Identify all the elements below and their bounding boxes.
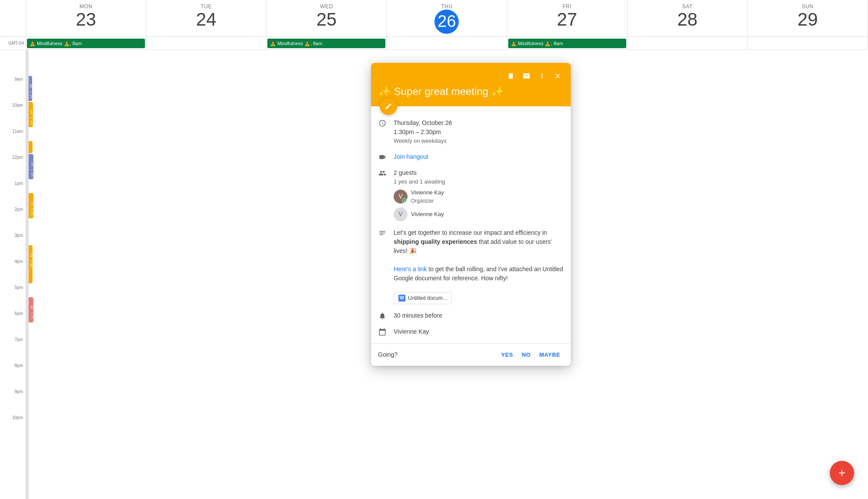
- popup-guests-content: 2 guests 1 yes and 1 awaiting V ✓ Vivien…: [394, 168, 564, 221]
- day-header-wed: Wed 25: [266, 0, 387, 36]
- time-label-8pm: 8pm: [0, 362, 26, 388]
- popup-description-row: Let's get together to increase our impac…: [378, 228, 564, 304]
- header-row: Mon 23 Tue 24 Wed 25 Thu 26 Fri 27 Sat 2…: [0, 0, 868, 37]
- time-label-1pm: 1pm: [0, 180, 26, 206]
- day-col-sat: [28, 50, 29, 499]
- time-label-7pm: 7pm: [0, 336, 26, 362]
- gmt-cell-mon: 🧘 Mindfulness 🧘, 8am: [26, 37, 146, 49]
- guest-name-2: Vivienne Kay: [411, 210, 444, 219]
- gmt-row: GMT-04 🧘 Mindfulness 🧘, 8am 🧘 Mindfulnes…: [0, 37, 868, 50]
- time-label-3pm: 3pm: [0, 232, 26, 258]
- rsvp-yes-button[interactable]: YES: [498, 349, 517, 361]
- day-num-fri: 27: [507, 10, 627, 30]
- time-label-4pm: 4pm: [0, 258, 26, 284]
- time-label-9pm: 9pm: [0, 388, 26, 414]
- popup-reminder-content: 30 minutes before: [394, 311, 564, 320]
- day-name-tue: Tue: [146, 3, 266, 10]
- mindfulness-event-fri[interactable]: 🧘 Mindfulness 🧘, 8am: [508, 39, 626, 48]
- gmt-cell-fri: 🧘 Mindfulness 🧘, 8am: [507, 37, 628, 49]
- popup-date: Thursday, October 26: [394, 118, 564, 128]
- popup-owner-content: Vivienne Kay: [394, 327, 564, 336]
- mindfulness-event-mon[interactable]: 🧘 Mindfulness 🧘, 8am: [27, 39, 145, 48]
- time-label-11am: 11am: [0, 128, 26, 154]
- day-name-sun: Sun: [748, 3, 868, 10]
- guest-avatar-2: V: [394, 207, 408, 221]
- day-num-wed: 25: [266, 10, 386, 30]
- guest-row-2: V Vivienne Kay: [394, 207, 564, 221]
- event-popup: ✨ Super great meeting ✨ Thursday, Octobe…: [371, 63, 571, 366]
- day-name-sat: Sat: [628, 3, 747, 10]
- guest-check-icon: ✓: [402, 198, 408, 204]
- description-bold: shipping quality experiences: [394, 238, 477, 245]
- guest-avatar-1: V ✓: [394, 190, 408, 204]
- doc-chip-icon: W: [398, 295, 405, 302]
- edit-event-button[interactable]: [380, 98, 397, 115]
- popup-header-actions: [378, 70, 564, 82]
- time-label-10am: 10am: [0, 102, 26, 128]
- day-header-fri: Fri 27: [507, 0, 628, 36]
- guest-role-1: Organizer: [411, 197, 444, 205]
- event-thu-sgm[interactable]: ✨ Super great meeting ✨ 1:30 – 2:30pm: [28, 193, 33, 218]
- day-header-thu: Thu 26: [387, 0, 507, 36]
- popup-title: ✨ Super great meeting ✨: [378, 85, 564, 98]
- description-icon: [378, 229, 387, 237]
- popup-body: Thursday, October 26 1:30pm – 2:30pm Wee…: [371, 106, 571, 343]
- day-num-sat: 28: [628, 10, 747, 30]
- doc-chip[interactable]: W Untitled docum...: [394, 292, 452, 304]
- gmt-cell-sat: [628, 37, 748, 49]
- popup-footer: Going? YES NO MAYBE: [371, 343, 571, 366]
- popup-datetime-content: Thursday, October 26 1:30pm – 2:30pm Wee…: [394, 118, 564, 145]
- close-popup-button[interactable]: [552, 70, 564, 82]
- people-icon: [378, 169, 387, 177]
- popup-hangout-content: Join hangout: [394, 152, 564, 161]
- fab-plus-icon: +: [838, 466, 845, 480]
- reminder-text: 30 minutes before: [394, 312, 442, 319]
- day-header-tue: Tue 24: [146, 0, 266, 36]
- day-header-sat: Sat 28: [628, 0, 748, 36]
- day-num-mon: 23: [26, 10, 146, 30]
- day-name-fri: Fri: [507, 3, 627, 10]
- day-num-sun: 29: [748, 10, 868, 30]
- popup-reminder-row: 30 minutes before: [378, 311, 564, 320]
- day-name-mon: Mon: [26, 3, 146, 10]
- delete-event-button[interactable]: [505, 70, 517, 82]
- gmt-cell-wed: 🧘 Mindfulness 🧘, 8am: [266, 37, 387, 49]
- days-inner: Monday team standup 9 – 10am ✨ Super gre…: [26, 50, 29, 499]
- popup-description-content: Let's get together to increase our impac…: [394, 228, 564, 304]
- day-name-wed: Wed: [266, 3, 386, 10]
- more-options-button[interactable]: [536, 70, 548, 82]
- day-num-tue: 24: [146, 10, 266, 30]
- event-thu-lunch[interactable]: Weekly team lunch 12 – 1pm: [28, 154, 33, 179]
- event-thu-fitness[interactable]: Fitness class 6 – 7pm: [28, 297, 33, 322]
- day-header-sun: Sun 29: [748, 0, 868, 36]
- description-link[interactable]: Here's a link: [394, 266, 427, 272]
- time-label-10pm: 10pm: [0, 414, 26, 440]
- time-gutter-header: [0, 0, 26, 36]
- popup-time-range: 1:30pm – 2:30pm: [394, 128, 564, 137]
- guest-info-1: Vivienne Kay Organizer: [411, 188, 444, 205]
- gmt-label: GMT-04: [0, 37, 26, 49]
- rsvp-maybe-button[interactable]: MAYBE: [536, 349, 564, 361]
- clock-icon: [378, 119, 387, 127]
- day-num-thu: 26: [434, 10, 459, 34]
- rsvp-no-button[interactable]: NO: [518, 349, 534, 361]
- create-event-fab[interactable]: +: [830, 461, 854, 485]
- guest-info-2: Vivienne Kay: [411, 210, 444, 219]
- popup-owner-row: Vivienne Kay: [378, 327, 564, 336]
- gmt-cell-thu: [387, 37, 507, 49]
- guests-summary: 2 guests: [394, 168, 564, 177]
- time-slot-empty: [0, 50, 26, 76]
- time-label-6pm: 6pm: [0, 310, 26, 336]
- going-label: Going?: [378, 351, 398, 358]
- popup-recurrence: Weekly on weekdays: [394, 137, 564, 145]
- time-label-5pm: 5pm: [0, 284, 26, 310]
- guests-detail: 1 yes and 1 awaiting: [394, 177, 564, 186]
- mindfulness-event-wed[interactable]: 🧘 Mindfulness 🧘, 8am: [267, 39, 385, 48]
- bell-icon: [378, 312, 387, 320]
- gmt-cell-tue: [146, 37, 266, 49]
- time-label-12pm: 12pm: [0, 154, 26, 180]
- popup-hangout-row: Join hangout: [378, 152, 564, 161]
- email-event-button[interactable]: [520, 70, 533, 82]
- join-hangout-link[interactable]: Join hangout: [394, 153, 428, 160]
- gmt-cell-sun: [748, 37, 868, 49]
